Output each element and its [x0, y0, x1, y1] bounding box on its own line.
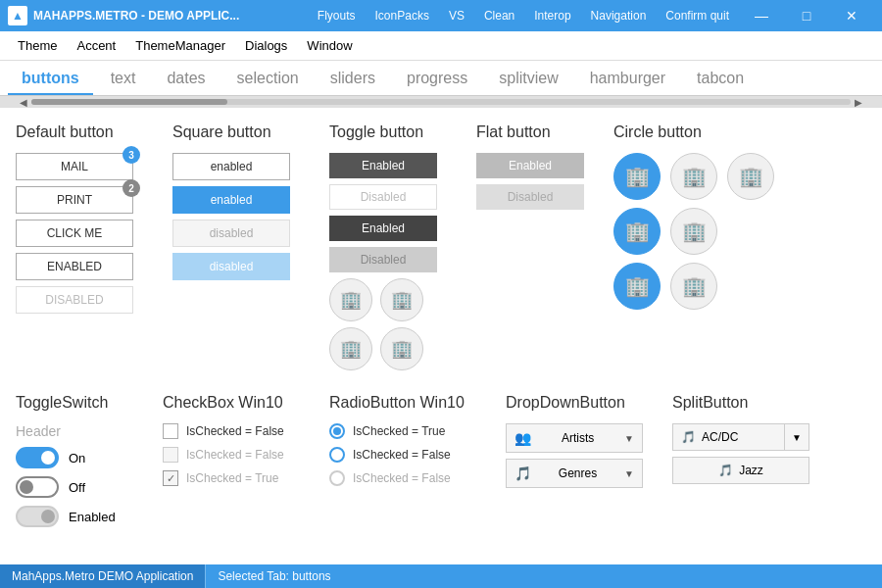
- radio-2[interactable]: [329, 447, 345, 463]
- enabled-button[interactable]: ENABLED: [16, 253, 133, 280]
- nav-flyouts[interactable]: Flyouts: [308, 0, 366, 31]
- status-selected-tab: Selected Tab: buttons: [206, 564, 342, 588]
- genres-icon: 🎵: [514, 466, 531, 481]
- circle-btn-6[interactable]: 🏢: [613, 263, 661, 310]
- print-button[interactable]: PRINT 2: [16, 186, 133, 214]
- titlebar: ▲ MAHAPPS.METRO - DEMO APPLIC... Flyouts…: [0, 0, 882, 31]
- toggle-enabled-2[interactable]: Enabled: [329, 216, 437, 241]
- rb-label-3: IsChecked = False: [353, 471, 451, 485]
- split-arrow-acdc[interactable]: ▼: [785, 424, 808, 450]
- checkbox-2: [163, 447, 178, 463]
- toggle-icon-btn-2[interactable]: 🏢: [380, 278, 423, 321]
- menu-accent[interactable]: Accent: [67, 31, 125, 61]
- circle-btn-7[interactable]: 🏢: [670, 263, 717, 310]
- mail-button[interactable]: MAIL 3: [16, 153, 133, 180]
- tab-tabcon[interactable]: tabcon: [683, 64, 758, 95]
- artists-icon: 👥: [514, 430, 531, 446]
- nav-navigation[interactable]: Navigation: [581, 0, 657, 31]
- square-disabled-2: disabled: [172, 253, 290, 280]
- toggle-icon-btn-4[interactable]: 🏢: [380, 327, 423, 370]
- radio-3: [329, 470, 345, 486]
- disabled-button: DISABLED: [16, 286, 133, 314]
- toggle-enabled-row: Enabled: [16, 506, 143, 527]
- scroll-left-arrow[interactable]: ◀: [16, 97, 31, 108]
- circle-button-section: Circle button 🏢 🏢 🏢 🏢 🏢 🏢 🏢: [613, 123, 790, 370]
- square-enabled-1[interactable]: enabled: [172, 153, 290, 180]
- toggle-enabled-switch: [16, 506, 59, 527]
- tab-strip: buttons text dates selection sliders pro…: [0, 61, 882, 96]
- nav-interop[interactable]: Interop: [524, 0, 580, 31]
- dropdown-artists[interactable]: 👥 Artists ▼: [506, 423, 643, 453]
- tab-dates[interactable]: dates: [153, 64, 219, 95]
- nav-vs[interactable]: VS: [439, 0, 474, 31]
- toggle-switch-header: Header: [16, 423, 143, 439]
- radio-section: RadioButton Win10 IsChecked = True IsChe…: [329, 394, 486, 535]
- scroll-track[interactable]: [31, 99, 851, 105]
- tab-splitview[interactable]: splitview: [485, 64, 571, 95]
- button-sections: Default button MAIL 3 PRINT 2 CLICK ME E…: [16, 123, 866, 370]
- maximize-button[interactable]: □: [784, 0, 829, 31]
- click-me-button[interactable]: CLICK ME: [16, 220, 133, 247]
- dropdown-section: DropDownButton 👥 Artists ▼ 🎵 Genres ▼: [506, 394, 653, 535]
- toggle-off-switch[interactable]: [16, 476, 59, 498]
- radio-1[interactable]: [329, 423, 345, 439]
- menu-thememanager[interactable]: ThemeManager: [125, 31, 235, 61]
- toggle-enabled-1[interactable]: Enabled: [329, 153, 437, 178]
- square-button-title: Square button: [172, 123, 310, 141]
- checkbox-title: CheckBox Win10: [163, 394, 310, 412]
- circle-btn-3[interactable]: 🏢: [727, 153, 774, 200]
- toggle-off-row: Off: [16, 476, 143, 498]
- main-content: Default button MAIL 3 PRINT 2 CLICK ME E…: [0, 108, 882, 564]
- menu-theme[interactable]: Theme: [8, 31, 67, 61]
- toggle-button-title: Toggle button: [329, 123, 457, 141]
- tab-buttons[interactable]: buttons: [8, 64, 93, 95]
- switch-knob-enabled: [41, 510, 55, 523]
- scroll-thumb[interactable]: [31, 99, 227, 105]
- lower-sections: ToggleSwitch Header On Off Enabled: [16, 394, 866, 535]
- toggle-on-switch[interactable]: [16, 447, 59, 468]
- nav-clean[interactable]: Clean: [474, 0, 524, 31]
- tab-selection[interactable]: selection: [223, 64, 313, 95]
- toggle-disabled-2: Disabled: [329, 247, 437, 272]
- toggle-icon-btn-1[interactable]: 🏢: [329, 278, 372, 321]
- square-button-section: Square button enabled enabled disabled d…: [172, 123, 310, 370]
- square-enabled-2[interactable]: enabled: [172, 186, 290, 214]
- nav-confirm-quit[interactable]: Confirm quit: [656, 0, 739, 31]
- menu-window[interactable]: Window: [297, 31, 362, 61]
- tab-hamburger[interactable]: hamburger: [576, 64, 679, 95]
- circle-btn-1[interactable]: 🏢: [613, 153, 661, 200]
- nav-iconpacks[interactable]: IconPacks: [366, 0, 439, 31]
- circle-btn-2[interactable]: 🏢: [670, 153, 717, 200]
- menubar: Theme Accent ThemeManager Dialogs Window: [0, 31, 882, 61]
- circle-button-title: Circle button: [613, 123, 790, 141]
- app-icon: ▲: [8, 6, 27, 25]
- tab-text[interactable]: text: [97, 64, 150, 95]
- toggle-disabled-1: Disabled: [329, 184, 437, 210]
- rb-row-1: IsChecked = True: [329, 423, 486, 439]
- horizontal-scrollbar[interactable]: ◀ ▶: [0, 96, 882, 108]
- tab-sliders[interactable]: sliders: [317, 64, 389, 95]
- dropdown-genres[interactable]: 🎵 Genres ▼: [506, 459, 643, 488]
- minimize-button[interactable]: —: [739, 0, 784, 31]
- toggle-switch-title: ToggleSwitch: [16, 394, 143, 412]
- toggle-icon-btn-3[interactable]: 🏢: [329, 327, 372, 370]
- toggle-on-row: On: [16, 447, 143, 468]
- split-dropdown-jazz[interactable]: 🎵 Jazz: [672, 457, 809, 484]
- flat-enabled[interactable]: Enabled: [476, 153, 584, 178]
- cb-row-3: IsChecked = True: [163, 470, 310, 486]
- circle-button-grid: 🏢 🏢 🏢 🏢 🏢 🏢 🏢: [613, 153, 790, 310]
- mail-badge: 3: [122, 146, 140, 164]
- cb-label-3: IsChecked = True: [186, 471, 278, 485]
- split-main-acdc[interactable]: 🎵 AC/DC: [673, 424, 785, 450]
- toggle-on-label: On: [69, 451, 85, 466]
- checkbox-1[interactable]: [163, 423, 178, 439]
- checkbox-section: CheckBox Win10 IsChecked = False IsCheck…: [163, 394, 310, 535]
- circle-btn-5[interactable]: 🏢: [670, 208, 717, 255]
- tab-progress[interactable]: progress: [393, 64, 481, 95]
- split-icon-acdc: 🎵: [681, 430, 696, 444]
- close-button[interactable]: ✕: [829, 0, 874, 31]
- circle-btn-4[interactable]: 🏢: [613, 208, 661, 255]
- checkbox-3: [163, 470, 178, 486]
- scroll-right-arrow[interactable]: ▶: [851, 97, 866, 108]
- menu-dialogs[interactable]: Dialogs: [235, 31, 297, 61]
